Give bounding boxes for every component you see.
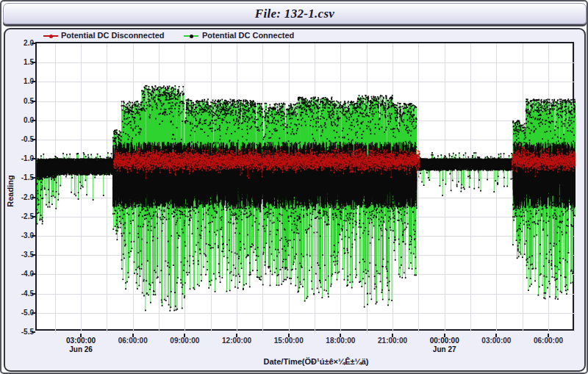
x-axis-title: Date/Time(ÖÐ¹ú±ê×¼Ê±¼ä) (220, 357, 412, 367)
legend: Potential DC Disconnected Potential DC C… (5, 30, 584, 42)
x-tick-label: 06:00:00 (107, 337, 159, 345)
y-tick-mark (32, 331, 35, 333)
y-tick-label: 0.5 (9, 97, 34, 105)
y-tick-label: -3.5 (9, 251, 34, 259)
y-tick-mark (32, 197, 35, 198)
y-tick-mark (32, 312, 35, 314)
legend-label-connected: Potential DC Connected (202, 31, 294, 40)
x-tick-label: 06:00:00 (523, 337, 574, 345)
x-tick-label: 21:00:00 (367, 337, 418, 345)
y-tick-mark (32, 235, 35, 237)
legend-line-marker-connected-icon (184, 35, 198, 37)
y-tick-label: -1.5 (9, 173, 34, 181)
y-tick-label: -2.5 (9, 212, 34, 220)
y-tick-mark (32, 43, 35, 44)
x-tick-label: 12:00:00 (211, 337, 262, 345)
y-tick-label: -3.0 (9, 231, 34, 240)
y-tick-mark (32, 293, 35, 295)
y-tick-mark (32, 216, 35, 217)
y-tick-label: -1.0 (9, 154, 34, 162)
y-tick-mark (32, 120, 35, 121)
file-title: File: 132-1.csv (255, 7, 334, 21)
y-tick-label: -5.0 (9, 309, 34, 317)
y-tick-label: 1.5 (9, 58, 34, 66)
y-tick-label: 2.0 (9, 39, 34, 47)
y-tick-mark (32, 177, 35, 179)
y-tick-label: -4.5 (9, 290, 34, 298)
title-bar: File: 132-1.csv (3, 3, 587, 24)
x-tick-label: 00:00:00 (419, 337, 470, 345)
y-tick-mark (32, 254, 35, 256)
x-tick-label: 03:00:00 (55, 337, 107, 345)
x-tick-label: 15:00:00 (263, 337, 315, 345)
x-tick-label: Jun 27 (419, 345, 470, 353)
app-window: File: 132-1.csv Potential DC Disconnecte… (0, 0, 588, 374)
y-tick-label: -5.5 (9, 328, 34, 336)
y-tick-label: -0.5 (9, 135, 34, 143)
legend-label-disconnected: Potential DC Disconnected (61, 31, 165, 40)
y-tick-mark (32, 62, 35, 63)
y-tick-label: 1.0 (9, 77, 34, 85)
y-tick-label: -4.0 (9, 270, 34, 278)
y-tick-label: -2.0 (9, 193, 34, 201)
y-tick-label: 0.0 (9, 116, 34, 124)
plot-area (35, 42, 574, 331)
y-tick-mark (32, 101, 35, 102)
x-tick-label: Jun 26 (55, 345, 107, 353)
x-tick-label: 09:00:00 (159, 337, 210, 345)
plot-canvas[interactable] (37, 43, 576, 332)
y-tick-mark (32, 139, 35, 140)
x-tick-label: 03:00:00 (470, 337, 522, 345)
chart-panel: Potential DC Disconnected Potential DC C… (4, 28, 586, 372)
y-tick-mark (32, 273, 35, 275)
x-tick-label: 18:00:00 (315, 337, 366, 345)
y-tick-mark (32, 81, 35, 82)
y-tick-mark (32, 158, 35, 159)
legend-line-marker-disconnected-icon (43, 35, 58, 37)
